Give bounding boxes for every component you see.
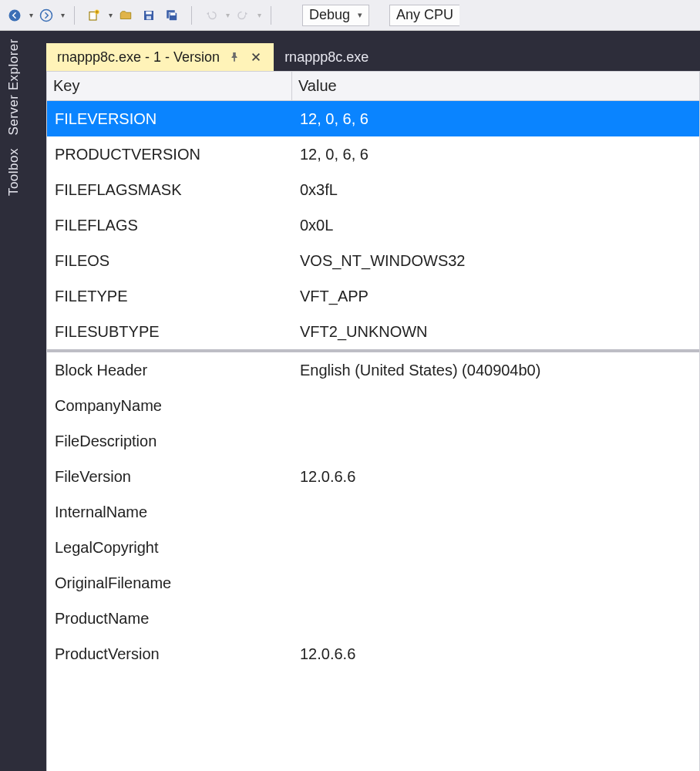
- toolbar-separator: [271, 6, 271, 25]
- open-file-button[interactable]: [116, 5, 136, 25]
- row-key: PRODUCTVERSION: [47, 146, 292, 163]
- svg-rect-9: [170, 13, 176, 15]
- fixed-info-section: FILEVERSION12, 0, 6, 6PRODUCTVERSION12, …: [47, 101, 699, 349]
- side-rail: Server Explorer Toolbox: [0, 31, 28, 771]
- table-row[interactable]: FILEFLAGSMASK0x3fL: [47, 172, 699, 207]
- configuration-label: Debug: [309, 7, 350, 23]
- table-row[interactable]: PRODUCTVERSION12, 0, 6, 6: [47, 136, 699, 172]
- svg-point-1: [41, 9, 52, 21]
- table-row[interactable]: CompanyName: [47, 388, 699, 423]
- configuration-combo[interactable]: Debug ▾: [302, 5, 369, 26]
- platform-label: Any CPU: [396, 7, 453, 23]
- svg-rect-5: [146, 11, 152, 14]
- table-row[interactable]: FileVersion12.0.6.6: [47, 459, 699, 494]
- nav-back-button[interactable]: [5, 5, 25, 25]
- row-key: CompanyName: [47, 397, 292, 415]
- save-button[interactable]: [139, 5, 159, 25]
- column-header-key[interactable]: Key: [47, 72, 292, 100]
- new-item-dropdown-icon[interactable]: ▾: [109, 11, 113, 19]
- platform-combo[interactable]: Any CPU: [389, 5, 459, 26]
- row-value: VFT_APP: [292, 288, 699, 305]
- table-row[interactable]: Block HeaderEnglish (United States) (040…: [47, 352, 699, 388]
- save-all-button[interactable]: [162, 5, 182, 25]
- column-header-value[interactable]: Value: [292, 72, 699, 100]
- redo-button: [233, 5, 253, 25]
- row-key: OriginalFilename: [47, 574, 292, 592]
- document-well: rnappp8c.exe - 1 - Version rnappp8c.exe …: [28, 31, 700, 771]
- tab-strip: rnappp8c.exe - 1 - Version rnappp8c.exe: [46, 42, 700, 71]
- table-row[interactable]: FILEVERSION12, 0, 6, 6: [47, 101, 699, 136]
- table-row[interactable]: InternalName: [47, 494, 699, 530]
- row-value: 12, 0, 6, 6: [292, 146, 699, 163]
- row-key: FileDescription: [47, 433, 292, 450]
- row-value: 0x3fL: [292, 181, 699, 199]
- row-key: FILETYPE: [47, 288, 292, 305]
- row-value: 0x0L: [292, 217, 699, 234]
- row-key: FILESUBTYPE: [47, 323, 292, 341]
- row-value: 12.0.6.6: [292, 645, 699, 663]
- row-value: 12, 0, 6, 6: [292, 110, 699, 128]
- row-value: English (United States) (040904b0): [292, 362, 699, 379]
- pin-icon[interactable]: [227, 50, 241, 64]
- row-key: LegalCopyright: [47, 539, 292, 557]
- row-key: FileVersion: [47, 468, 292, 486]
- chevron-down-icon: ▾: [358, 10, 362, 20]
- tab-label: rnappp8c.exe - 1 - Version: [57, 49, 220, 66]
- main-toolbar: ▾ ▾ ▾ ▾ ▾ Debug ▾: [0, 0, 700, 31]
- nav-forward-dropdown-icon[interactable]: ▾: [61, 11, 65, 19]
- table-row[interactable]: ProductVersion12.0.6.6: [47, 636, 699, 672]
- side-rail-toolbox[interactable]: Toolbox: [6, 148, 22, 196]
- table-row[interactable]: LegalCopyright: [47, 530, 699, 565]
- side-rail-server-explorer[interactable]: Server Explorer: [6, 39, 22, 136]
- row-value: VOS_NT_WINDOWS32: [292, 252, 699, 270]
- table-row[interactable]: FILETYPEVFT_APP: [47, 278, 699, 314]
- column-headers: Key Value: [47, 72, 699, 101]
- table-row[interactable]: FILEFLAGS0x0L: [47, 207, 699, 243]
- row-key: InternalName: [47, 503, 292, 521]
- row-value: 12.0.6.6: [292, 468, 699, 486]
- new-item-button[interactable]: [84, 5, 104, 25]
- table-row[interactable]: OriginalFilename: [47, 565, 699, 601]
- table-row[interactable]: FILEOSVOS_NT_WINDOWS32: [47, 243, 699, 278]
- table-row[interactable]: FILESUBTYPEVFT2_UNKNOWN: [47, 314, 699, 349]
- row-key: Block Header: [47, 362, 292, 379]
- tab-exe-inactive[interactable]: rnappp8c.exe: [274, 43, 379, 71]
- row-value: VFT2_UNKNOWN: [292, 323, 699, 341]
- string-table-section: Block HeaderEnglish (United States) (040…: [47, 352, 699, 672]
- table-row[interactable]: ProductName: [47, 601, 699, 636]
- row-key: FILEOS: [47, 252, 292, 270]
- row-key: FILEFLAGSMASK: [47, 181, 292, 199]
- nav-back-dropdown-icon[interactable]: ▾: [29, 11, 33, 19]
- table-row[interactable]: FileDescription: [47, 423, 699, 459]
- close-icon[interactable]: [249, 50, 263, 64]
- tab-label: rnappp8c.exe: [284, 49, 369, 66]
- undo-dropdown-icon: ▾: [226, 11, 230, 19]
- nav-forward-button[interactable]: [36, 5, 56, 25]
- row-key: FILEFLAGS: [47, 217, 292, 234]
- row-key: ProductVersion: [47, 645, 292, 663]
- redo-dropdown-icon: ▾: [257, 11, 261, 19]
- row-key: FILEVERSION: [47, 110, 292, 128]
- svg-rect-6: [146, 15, 151, 19]
- toolbar-separator: [74, 6, 75, 25]
- toolbar-separator: [191, 6, 192, 25]
- tab-version-active[interactable]: rnappp8c.exe - 1 - Version: [46, 43, 274, 71]
- svg-point-0: [9, 9, 21, 21]
- version-info-panel: Key Value FILEVERSION12, 0, 6, 6PRODUCTV…: [46, 71, 700, 771]
- row-key: ProductName: [47, 610, 292, 628]
- undo-button: [201, 5, 221, 25]
